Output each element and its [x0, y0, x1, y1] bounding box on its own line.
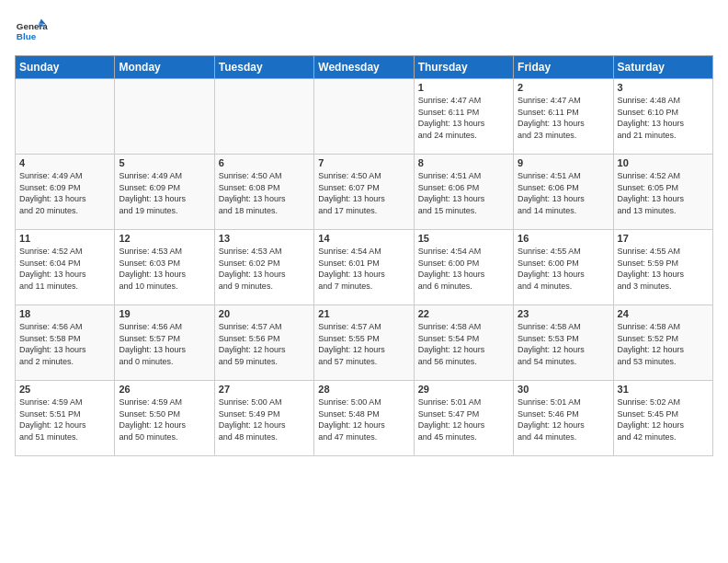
day-info: Sunrise: 4:49 AM Sunset: 6:09 PM Dayligh… [19, 170, 110, 216]
calendar-cell: 23Sunrise: 4:58 AM Sunset: 5:53 PM Dayli… [514, 305, 613, 381]
day-info: Sunrise: 4:58 AM Sunset: 5:54 PM Dayligh… [418, 321, 509, 367]
weekday-header: Monday [115, 56, 214, 79]
day-number: 13 [219, 233, 310, 244]
page-header: General Blue [15, 15, 713, 48]
calendar-cell: 27Sunrise: 5:00 AM Sunset: 5:49 PM Dayli… [214, 381, 313, 456]
weekday-header-row: SundayMondayTuesdayWednesdayThursdayFrid… [16, 56, 713, 79]
calendar-cell [16, 79, 115, 155]
day-info: Sunrise: 5:00 AM Sunset: 5:49 PM Dayligh… [219, 396, 310, 442]
day-info: Sunrise: 4:58 AM Sunset: 5:53 PM Dayligh… [518, 321, 609, 367]
day-number: 21 [318, 308, 409, 319]
calendar-cell: 31Sunrise: 5:02 AM Sunset: 5:45 PM Dayli… [613, 381, 712, 456]
day-info: Sunrise: 5:01 AM Sunset: 5:47 PM Dayligh… [418, 396, 509, 442]
day-number: 24 [618, 308, 709, 319]
calendar-cell: 20Sunrise: 4:57 AM Sunset: 5:56 PM Dayli… [214, 305, 313, 381]
day-info: Sunrise: 4:52 AM Sunset: 6:04 PM Dayligh… [19, 246, 110, 292]
day-info: Sunrise: 4:47 AM Sunset: 6:11 PM Dayligh… [518, 95, 609, 141]
day-number: 28 [318, 384, 409, 395]
day-number: 1 [418, 82, 509, 93]
day-info: Sunrise: 4:54 AM Sunset: 6:00 PM Dayligh… [418, 246, 509, 292]
weekday-header: Thursday [414, 56, 513, 79]
calendar-week-row: 11Sunrise: 4:52 AM Sunset: 6:04 PM Dayli… [16, 230, 713, 305]
day-number: 25 [19, 384, 110, 395]
day-number: 10 [618, 157, 709, 168]
day-info: Sunrise: 4:59 AM Sunset: 5:51 PM Dayligh… [19, 396, 110, 442]
day-info: Sunrise: 4:57 AM Sunset: 5:56 PM Dayligh… [219, 321, 310, 367]
calendar-cell: 18Sunrise: 4:56 AM Sunset: 5:58 PM Dayli… [16, 305, 115, 381]
weekday-header: Wednesday [314, 56, 414, 79]
calendar-cell: 25Sunrise: 4:59 AM Sunset: 5:51 PM Dayli… [16, 381, 115, 456]
day-info: Sunrise: 4:50 AM Sunset: 6:07 PM Dayligh… [318, 170, 409, 216]
calendar-cell: 26Sunrise: 4:59 AM Sunset: 5:50 PM Dayli… [115, 381, 214, 456]
weekday-header: Tuesday [214, 56, 313, 79]
day-info: Sunrise: 4:48 AM Sunset: 6:10 PM Dayligh… [618, 95, 709, 141]
calendar-cell: 12Sunrise: 4:53 AM Sunset: 6:03 PM Dayli… [115, 230, 214, 305]
calendar-cell: 13Sunrise: 4:53 AM Sunset: 6:02 PM Dayli… [214, 230, 313, 305]
day-number: 8 [418, 157, 509, 168]
calendar-cell: 22Sunrise: 4:58 AM Sunset: 5:54 PM Dayli… [414, 305, 513, 381]
day-number: 5 [119, 157, 210, 168]
day-number: 3 [618, 82, 709, 93]
calendar-cell: 11Sunrise: 4:52 AM Sunset: 6:04 PM Dayli… [16, 230, 115, 305]
day-info: Sunrise: 4:47 AM Sunset: 6:11 PM Dayligh… [418, 95, 509, 141]
calendar-cell: 19Sunrise: 4:56 AM Sunset: 5:57 PM Dayli… [115, 305, 214, 381]
day-number: 30 [518, 384, 609, 395]
day-info: Sunrise: 5:00 AM Sunset: 5:48 PM Dayligh… [318, 396, 409, 442]
calendar-week-row: 18Sunrise: 4:56 AM Sunset: 5:58 PM Dayli… [16, 305, 713, 381]
calendar-cell: 4Sunrise: 4:49 AM Sunset: 6:09 PM Daylig… [16, 155, 115, 230]
day-info: Sunrise: 4:51 AM Sunset: 6:06 PM Dayligh… [418, 170, 509, 216]
calendar-cell: 30Sunrise: 5:01 AM Sunset: 5:46 PM Dayli… [514, 381, 613, 456]
calendar-cell: 28Sunrise: 5:00 AM Sunset: 5:48 PM Dayli… [314, 381, 414, 456]
calendar-cell: 17Sunrise: 4:55 AM Sunset: 5:59 PM Dayli… [613, 230, 712, 305]
day-info: Sunrise: 4:51 AM Sunset: 6:06 PM Dayligh… [518, 170, 609, 216]
calendar-cell [314, 79, 414, 155]
day-number: 16 [518, 233, 609, 244]
calendar-cell: 3Sunrise: 4:48 AM Sunset: 6:10 PM Daylig… [613, 79, 712, 155]
day-info: Sunrise: 4:53 AM Sunset: 6:03 PM Dayligh… [119, 246, 210, 292]
calendar-cell [115, 79, 214, 155]
calendar-cell: 8Sunrise: 4:51 AM Sunset: 6:06 PM Daylig… [414, 155, 513, 230]
day-number: 22 [418, 308, 509, 319]
day-number: 4 [19, 157, 110, 168]
day-number: 23 [518, 308, 609, 319]
day-number: 2 [518, 82, 609, 93]
day-number: 6 [219, 157, 310, 168]
weekday-header: Sunday [16, 56, 115, 79]
day-number: 15 [418, 233, 509, 244]
day-info: Sunrise: 4:49 AM Sunset: 6:09 PM Dayligh… [119, 170, 210, 216]
day-info: Sunrise: 4:58 AM Sunset: 5:52 PM Dayligh… [618, 321, 709, 367]
day-info: Sunrise: 4:57 AM Sunset: 5:55 PM Dayligh… [318, 321, 409, 367]
calendar-cell [214, 79, 313, 155]
logo-icon: General Blue [15, 15, 48, 48]
calendar-cell: 21Sunrise: 4:57 AM Sunset: 5:55 PM Dayli… [314, 305, 414, 381]
day-number: 17 [618, 233, 709, 244]
calendar-week-row: 1Sunrise: 4:47 AM Sunset: 6:11 PM Daylig… [16, 79, 713, 155]
day-info: Sunrise: 4:55 AM Sunset: 5:59 PM Dayligh… [618, 246, 709, 292]
day-info: Sunrise: 4:52 AM Sunset: 6:05 PM Dayligh… [618, 170, 709, 216]
svg-text:Blue: Blue [17, 31, 37, 41]
calendar-cell: 1Sunrise: 4:47 AM Sunset: 6:11 PM Daylig… [414, 79, 513, 155]
day-info: Sunrise: 5:01 AM Sunset: 5:46 PM Dayligh… [518, 396, 609, 442]
day-info: Sunrise: 4:56 AM Sunset: 5:57 PM Dayligh… [119, 321, 210, 367]
day-number: 9 [518, 157, 609, 168]
day-number: 20 [219, 308, 310, 319]
calendar-cell: 10Sunrise: 4:52 AM Sunset: 6:05 PM Dayli… [613, 155, 712, 230]
calendar-week-row: 25Sunrise: 4:59 AM Sunset: 5:51 PM Dayli… [16, 381, 713, 456]
day-number: 31 [618, 384, 709, 395]
calendar-cell: 24Sunrise: 4:58 AM Sunset: 5:52 PM Dayli… [613, 305, 712, 381]
calendar-cell: 16Sunrise: 4:55 AM Sunset: 6:00 PM Dayli… [514, 230, 613, 305]
day-info: Sunrise: 4:55 AM Sunset: 6:00 PM Dayligh… [518, 246, 609, 292]
weekday-header: Saturday [613, 56, 712, 79]
calendar-week-row: 4Sunrise: 4:49 AM Sunset: 6:09 PM Daylig… [16, 155, 713, 230]
day-number: 26 [119, 384, 210, 395]
weekday-header: Friday [514, 56, 613, 79]
day-number: 12 [119, 233, 210, 244]
calendar-table: SundayMondayTuesdayWednesdayThursdayFrid… [15, 55, 713, 456]
day-number: 7 [318, 157, 409, 168]
day-number: 19 [119, 308, 210, 319]
day-info: Sunrise: 4:54 AM Sunset: 6:01 PM Dayligh… [318, 246, 409, 292]
day-info: Sunrise: 5:02 AM Sunset: 5:45 PM Dayligh… [618, 396, 709, 442]
calendar-body: 1Sunrise: 4:47 AM Sunset: 6:11 PM Daylig… [16, 79, 713, 456]
day-info: Sunrise: 4:50 AM Sunset: 6:08 PM Dayligh… [219, 170, 310, 216]
calendar-cell: 9Sunrise: 4:51 AM Sunset: 6:06 PM Daylig… [514, 155, 613, 230]
